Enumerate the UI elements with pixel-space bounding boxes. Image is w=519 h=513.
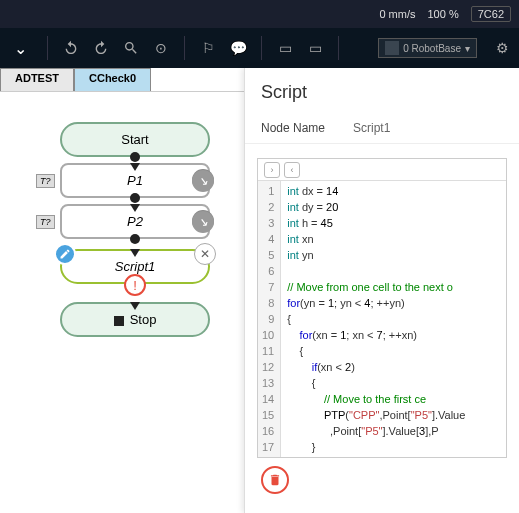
edit-icon[interactable] — [54, 243, 76, 265]
code-nav-right-icon[interactable]: › — [264, 162, 280, 178]
code-readout: 7C62 — [471, 6, 511, 22]
panel2-icon[interactable]: ▭ — [304, 37, 326, 59]
point-icon[interactable]: ⚐ — [197, 37, 219, 59]
tab-adtest[interactable]: ADTEST — [0, 68, 74, 91]
zoom-fit-icon[interactable]: ⊙ — [150, 37, 172, 59]
speed-readout: 0 mm/s — [379, 8, 415, 20]
panel-title: Script — [245, 68, 519, 113]
script-node[interactable]: ✕ Script1 ! — [60, 249, 210, 284]
panel1-icon[interactable]: ▭ — [274, 37, 296, 59]
stop-icon — [114, 316, 124, 326]
menu-dropdown[interactable]: ⌄ — [6, 35, 35, 62]
undo-icon[interactable] — [60, 37, 82, 59]
status-bar: 0 mm/s 100 % 7C62 — [0, 0, 519, 28]
node-name-label: Node Name — [261, 121, 337, 135]
base-icon — [385, 41, 399, 55]
close-icon[interactable]: ✕ — [194, 243, 216, 265]
code-nav-left-icon[interactable]: ‹ — [284, 162, 300, 178]
node-arrow-icon[interactable]: ↘ — [192, 170, 214, 192]
warning-icon[interactable]: ! — [124, 274, 146, 296]
base-selector[interactable]: 0 RobotBase ▾ — [378, 38, 477, 58]
stop-node[interactable]: Stop — [60, 302, 210, 337]
point-node-p1[interactable]: T? P1 ⋯ ↘ — [60, 163, 210, 198]
delete-button[interactable] — [261, 466, 289, 494]
line-gutter: 12345678910111213141516171819 — [258, 181, 281, 457]
main-toolbar: ⌄ ⊙ ⚐ 💬 ▭ ▭ 0 RobotBase ▾ ⚙ — [0, 28, 519, 68]
redo-icon[interactable] — [90, 37, 112, 59]
start-node[interactable]: Start — [60, 122, 210, 157]
node-arrow-icon[interactable]: ↘ — [192, 211, 214, 233]
trash-icon — [268, 473, 282, 487]
code-editor[interactable]: › ‹ 12345678910111213141516171819 int dx… — [257, 158, 507, 458]
comment-icon[interactable]: 💬 — [227, 37, 249, 59]
zoom-in-icon[interactable] — [120, 37, 142, 59]
flow-panel: ADTEST CCheck0 Start T? P1 ⋯ ↘ T? P2 ⋯ ↘ — [0, 68, 244, 513]
tab-ccheck0[interactable]: CCheck0 — [74, 68, 151, 91]
zoom-readout: 100 % — [428, 8, 459, 20]
node-name-input[interactable] — [353, 121, 503, 135]
script-panel: Script Node Name › ‹ 1234567891011121314… — [244, 68, 519, 513]
point-node-p2[interactable]: T? P2 ⋯ ↘ — [60, 204, 210, 239]
settings-icon[interactable]: ⚙ — [491, 37, 513, 59]
code-lines[interactable]: int dx = 14 int dy = 20 int h = 45 int x… — [281, 181, 471, 457]
